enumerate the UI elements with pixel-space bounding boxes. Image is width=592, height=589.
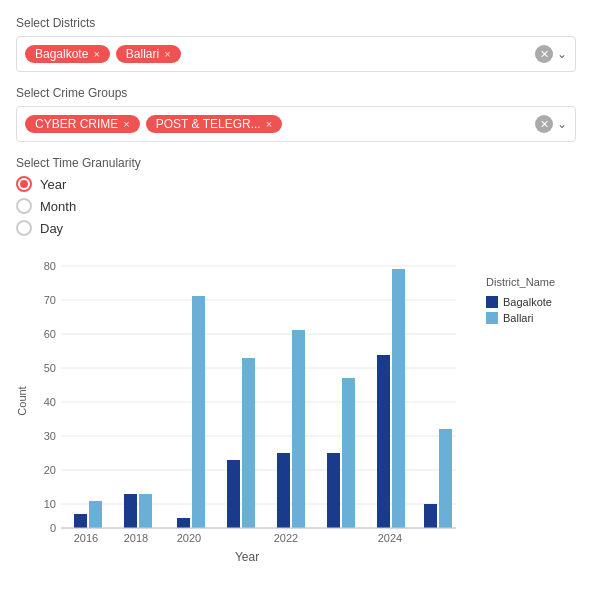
districts-chevron-icon[interactable]: ⌄ — [557, 47, 567, 61]
tag-ballari-close[interactable]: × — [164, 48, 170, 60]
districts-tag-input[interactable]: Bagalkote × Ballari × ✕ ⌄ — [16, 36, 576, 72]
bar-2023-ballari — [342, 378, 355, 528]
crime-groups-chevron-icon[interactable]: ⌄ — [557, 117, 567, 131]
legend-ballari-label: Ballari — [503, 312, 534, 324]
x-axis-title: Year — [16, 550, 478, 564]
svg-text:60: 60 — [44, 328, 56, 340]
radio-group: Year Month Day — [16, 176, 576, 236]
tag-cyber-crime[interactable]: CYBER CRIME × — [25, 115, 140, 133]
tag-post-telegr-label: POST & TELEGR... — [156, 117, 261, 131]
tag-bagalkote-label: Bagalkote — [35, 47, 88, 61]
svg-text:2018: 2018 — [124, 532, 148, 544]
radio-month-label: Month — [40, 199, 76, 214]
y-axis-title: Count — [16, 386, 28, 415]
radio-year-circle — [16, 176, 32, 192]
svg-text:0: 0 — [50, 522, 56, 534]
bar-2018-bagalkote — [124, 494, 137, 528]
legend-ballari-swatch — [486, 312, 498, 324]
bar-2024a-bagalkote — [377, 355, 390, 528]
radio-year-label: Year — [40, 177, 66, 192]
svg-text:70: 70 — [44, 294, 56, 306]
tag-ballari-label: Ballari — [126, 47, 159, 61]
chart-legend: District_Name Bagalkote Ballari — [486, 256, 576, 564]
legend-bagalkote-swatch — [486, 296, 498, 308]
legend-bagalkote-label: Bagalkote — [503, 296, 552, 308]
svg-text:2024: 2024 — [378, 532, 402, 544]
svg-text:10: 10 — [44, 498, 56, 510]
tag-ballari[interactable]: Ballari × — [116, 45, 181, 63]
radio-day[interactable]: Day — [16, 220, 576, 236]
chart-wrapper: Count 80 70 60 50 — [16, 256, 576, 564]
bar-2016-ballari — [89, 501, 102, 528]
districts-controls: ✕ ⌄ — [535, 45, 567, 63]
radio-day-label: Day — [40, 221, 63, 236]
svg-text:2022: 2022 — [274, 532, 298, 544]
svg-text:80: 80 — [44, 260, 56, 272]
bar-2016-bagalkote — [74, 514, 87, 528]
legend-bagalkote: Bagalkote — [486, 296, 576, 308]
tag-cyber-crime-label: CYBER CRIME — [35, 117, 118, 131]
tag-bagalkote-close[interactable]: × — [93, 48, 99, 60]
bar-2022-bagalkote — [277, 453, 290, 528]
bar-2024b-ballari — [439, 429, 452, 528]
crime-groups-clear-icon[interactable]: ✕ — [535, 115, 553, 133]
radio-day-circle — [16, 220, 32, 236]
crime-groups-tag-input[interactable]: CYBER CRIME × POST & TELEGR... × ✕ ⌄ — [16, 106, 576, 142]
svg-text:30: 30 — [44, 430, 56, 442]
svg-text:20: 20 — [44, 464, 56, 476]
bar-2018-ballari — [139, 494, 152, 528]
bar-2021-ballari — [242, 358, 255, 528]
bar-2022-ballari — [292, 330, 305, 528]
tag-post-telegr[interactable]: POST & TELEGR... × — [146, 115, 282, 133]
districts-clear-icon[interactable]: ✕ — [535, 45, 553, 63]
tag-bagalkote[interactable]: Bagalkote × — [25, 45, 110, 63]
legend-ballari: Ballari — [486, 312, 576, 324]
svg-text:40: 40 — [44, 396, 56, 408]
svg-text:2020: 2020 — [177, 532, 201, 544]
crime-groups-label: Select Crime Groups — [16, 86, 576, 100]
svg-text:50: 50 — [44, 362, 56, 374]
bar-chart-svg: Count 80 70 60 50 — [16, 256, 476, 546]
bar-2020-bagalkote — [177, 518, 190, 528]
legend-title: District_Name — [486, 276, 576, 288]
radio-month-circle — [16, 198, 32, 214]
time-granularity-section: Select Time Granularity Year Month Day — [16, 156, 576, 236]
bar-2024b-bagalkote — [424, 504, 437, 528]
radio-month[interactable]: Month — [16, 198, 576, 214]
bar-2021-bagalkote — [227, 460, 240, 528]
bar-2023-bagalkote — [327, 453, 340, 528]
tag-cyber-crime-close[interactable]: × — [123, 118, 129, 130]
crime-groups-controls: ✕ ⌄ — [535, 115, 567, 133]
districts-section: Select Districts Bagalkote × Ballari × ✕… — [16, 16, 576, 72]
crime-groups-section: Select Crime Groups CYBER CRIME × POST &… — [16, 86, 576, 142]
districts-label: Select Districts — [16, 16, 576, 30]
chart-main: Count 80 70 60 50 — [16, 256, 478, 564]
bar-2020-ballari — [192, 296, 205, 528]
svg-text:2016: 2016 — [74, 532, 98, 544]
radio-year[interactable]: Year — [16, 176, 576, 192]
chart-area: Count 80 70 60 50 — [16, 256, 576, 564]
bar-2024a-ballari — [392, 269, 405, 528]
tag-post-telegr-close[interactable]: × — [266, 118, 272, 130]
time-granularity-label: Select Time Granularity — [16, 156, 576, 170]
